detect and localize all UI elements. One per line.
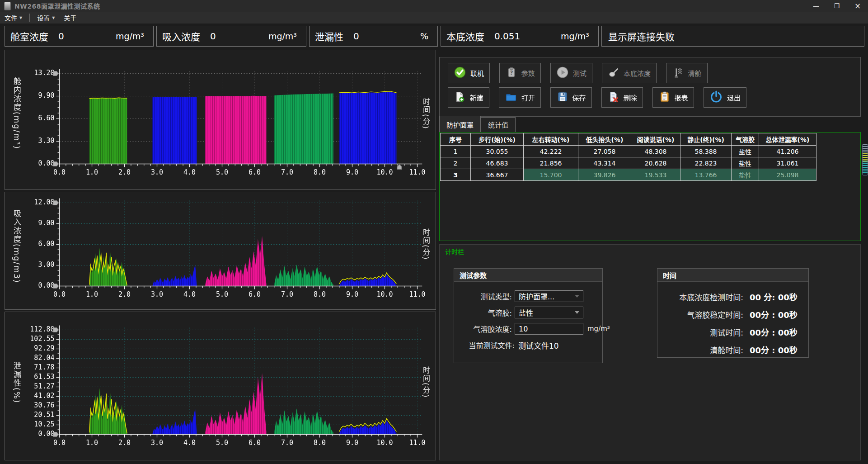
inhaled-concentration-unit: mg/m³ <box>268 31 300 41</box>
chevron-down-icon: ▼ <box>19 16 22 20</box>
save-button[interactable]: 保存 <box>550 87 592 108</box>
test-params-panel: 测试参数 测试类型: 防护面罩... 气溶胶: 盐性 <box>454 268 603 363</box>
table-cell[interactable]: 42.222 <box>524 146 578 157</box>
purge-fan-icon <box>672 66 684 80</box>
table-cell[interactable]: 19.533 <box>631 169 680 181</box>
report-button[interactable]: 报表 <box>652 87 694 108</box>
table-cell[interactable]: 30.055 <box>471 146 524 157</box>
background-concentration-button[interactable]: 本底浓度 <box>602 63 657 83</box>
table-column-header[interactable]: 低头抬头(%) <box>578 133 631 146</box>
table-column-header[interactable]: 气溶胶 <box>732 133 759 146</box>
level-yellow-segment <box>863 153 868 161</box>
table-cell[interactable]: 盐性 <box>732 169 759 181</box>
params-button-label: 参数 <box>521 68 535 78</box>
table-cell[interactable]: 15.700 <box>524 169 578 181</box>
params-button[interactable]: ? 参数 <box>499 63 541 83</box>
background-detect-time-value: 00 分: 00秒 <box>750 291 798 303</box>
test-time-row: 测试时间: 00分 : 00秒 <box>657 326 808 338</box>
open-button[interactable]: 打开 <box>499 87 541 108</box>
menu-file-label: 文件 <box>5 13 17 22</box>
aerosol-select[interactable]: 盐性 <box>515 307 583 318</box>
test-type-select[interactable]: 防护面罩... <box>515 290 583 302</box>
table-cell[interactable]: 20.628 <box>631 157 680 169</box>
tab-statistics[interactable]: 统计值 <box>481 117 516 132</box>
table-cell[interactable]: 盐性 <box>732 146 759 157</box>
table-cell[interactable]: 27.058 <box>578 146 631 157</box>
table-cell[interactable]: 2 <box>441 157 471 169</box>
table-cell[interactable]: 盐性 <box>732 157 759 169</box>
purge-time-row: 清舱时间: 00分 : 00秒 <box>657 344 808 355</box>
table-column-header[interactable]: 总体泄漏率(%) <box>759 133 816 146</box>
level-gray-segment <box>863 144 868 153</box>
table-cell[interactable]: 46.683 <box>471 157 524 169</box>
table-column-header[interactable]: 左右转动(%) <box>524 133 578 146</box>
table-column-header[interactable]: 序号 <box>441 133 471 146</box>
table-row[interactable]: 130.05542.22227.05848.30858.388盐性41.206 <box>441 146 816 157</box>
aerosol-value: 盐性 <box>519 307 533 318</box>
inhaled-concentration-value: 0 <box>210 31 216 42</box>
cabin-chart-y-label: 舱内浓度(mg/m³) <box>11 77 23 150</box>
table-cell[interactable]: 58.388 <box>680 146 732 157</box>
params-clipboard-icon: ? <box>506 66 517 80</box>
test-play-icon <box>556 66 569 80</box>
open-button-label: 打开 <box>521 93 535 102</box>
table-cell[interactable]: 36.667 <box>471 169 524 181</box>
delete-file-icon <box>608 91 619 104</box>
background-concentration-panel: 本底浓度 0.051 mg/m³ <box>441 26 599 47</box>
menu-settings[interactable]: 设置 ▼ <box>33 12 59 24</box>
table-cell[interactable]: 3 <box>441 169 471 181</box>
cabin-chart-time-label: 时间(分) <box>420 98 431 129</box>
minimize-button[interactable]: — <box>806 0 826 12</box>
exit-button-label: 退出 <box>727 93 741 102</box>
table-cell[interactable]: 43.314 <box>578 157 631 169</box>
exit-button[interactable]: 退出 <box>704 87 746 108</box>
aerosol-concentration-input[interactable] <box>515 323 583 335</box>
table-cell[interactable]: 1 <box>441 146 471 157</box>
test-button-label: 测试 <box>573 68 586 78</box>
delete-button[interactable]: 删除 <box>601 87 643 108</box>
purge-button[interactable]: 清舱 <box>666 63 708 83</box>
cabin-concentration-chart-panel: 舱内浓度(mg/m³) 时间(分) <box>5 50 436 190</box>
background-concentration-unit: mg/m³ <box>561 31 593 41</box>
menu-about[interactable]: 关于 <box>59 12 81 24</box>
close-button[interactable]: × <box>847 0 868 12</box>
cabin-concentration-value: 0 <box>58 31 64 42</box>
inhaled-chart-y-label: 吸入浓度(mg/m3) <box>11 209 23 284</box>
aerosol-stabilize-time-value: 00分 : 00秒 <box>750 308 798 320</box>
leakage-chart-panel: 泄漏性(%) 时间(分) <box>5 312 436 460</box>
new-file-icon <box>454 91 465 104</box>
leakage-label: 泄漏性 <box>315 29 343 43</box>
table-column-header[interactable]: 静止(终)(%) <box>680 133 732 146</box>
menu-about-label: 关于 <box>64 13 76 22</box>
level-indicator-scrollbar[interactable] <box>862 144 868 175</box>
online-button[interactable]: 联机 <box>448 63 490 83</box>
test-button[interactable]: 测试 <box>550 63 592 83</box>
new-button[interactable]: 新建 <box>448 87 489 108</box>
menu-file[interactable]: 文件 ▼ <box>0 12 27 24</box>
table-row[interactable]: 336.66715.70039.82619.53313.766盐性25.098 <box>441 169 816 181</box>
table-row[interactable]: 246.68321.85643.31420.62822.823盐性31.061 <box>441 157 816 169</box>
table-cell[interactable]: 21.856 <box>524 157 578 169</box>
tab-strip: 防护面罩 统计值 <box>439 118 516 132</box>
table-cell[interactable]: 22.823 <box>680 157 732 169</box>
table-cell[interactable]: 48.308 <box>631 146 680 157</box>
cabin-concentration-panel: 舱室浓度 0 mg/m³ <box>5 26 154 47</box>
table-cell[interactable]: 31.061 <box>759 157 816 169</box>
table-cell[interactable]: 25.098 <box>759 169 816 181</box>
leakage-panel: 泄漏性 0 % <box>309 26 438 47</box>
timer-group: 计时栏 测试参数 测试类型: 防护面罩... 气溶胶: 盐性 <box>439 244 861 460</box>
cabin-concentration-chart <box>5 50 436 189</box>
table-column-header[interactable]: 步行(始)(%) <box>471 133 524 146</box>
restore-button[interactable]: ❐ <box>826 0 847 12</box>
results-table: 序号步行(始)(%)左右转动(%)低头抬头(%)阅读说话(%)静止(终)(%)气… <box>440 133 816 181</box>
tab-mask[interactable]: 防护面罩 <box>439 116 481 132</box>
table-cell[interactable]: 41.206 <box>759 146 816 157</box>
table-column-header[interactable]: 阅读说话(%) <box>631 133 680 146</box>
purge-button-label: 清舱 <box>688 68 702 78</box>
aerosol-stabilize-time-label: 气溶胶稳定时间: <box>657 309 743 320</box>
table-cell[interactable]: 39.826 <box>578 169 631 181</box>
save-floppy-icon <box>557 91 568 104</box>
time-panel-title: 时间 <box>657 269 808 282</box>
table-cell[interactable]: 13.766 <box>680 169 732 181</box>
test-params-title: 测试参数 <box>454 269 602 282</box>
